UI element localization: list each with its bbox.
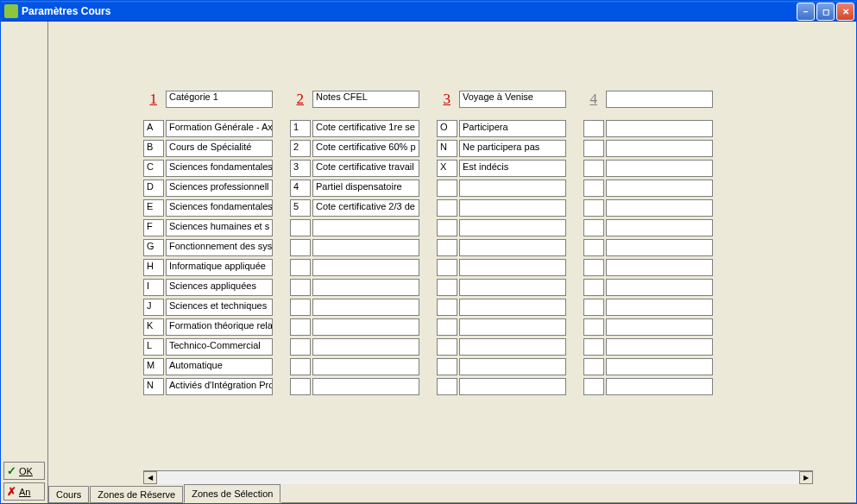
- value-cell[interactable]: [606, 180, 713, 197]
- value-cell[interactable]: [459, 239, 566, 256]
- value-cell[interactable]: Sciences fondamentales: [166, 160, 273, 177]
- key-cell[interactable]: O: [437, 120, 457, 137]
- value-cell[interactable]: Cote certificative 1re se: [312, 120, 419, 137]
- key-cell[interactable]: [290, 259, 311, 276]
- key-cell[interactable]: [437, 358, 457, 375]
- key-cell[interactable]: [583, 239, 604, 256]
- value-cell[interactable]: Participera: [459, 120, 566, 137]
- value-cell[interactable]: [606, 299, 713, 316]
- key-cell[interactable]: [437, 259, 457, 276]
- value-cell[interactable]: Automatique: [166, 358, 273, 375]
- key-cell[interactable]: [583, 299, 604, 316]
- value-cell[interactable]: [459, 180, 566, 197]
- column-title-input[interactable]: Catégorie 1: [166, 91, 273, 108]
- minimize-button[interactable]: –: [797, 3, 815, 21]
- value-cell[interactable]: [459, 279, 566, 296]
- value-cell[interactable]: [606, 239, 713, 256]
- value-cell[interactable]: Cote certificative 60% p: [312, 140, 419, 157]
- value-cell[interactable]: [312, 239, 419, 256]
- value-cell[interactable]: Ne participera pas: [459, 140, 566, 157]
- value-cell[interactable]: [459, 358, 566, 375]
- value-cell[interactable]: Formation Générale - Axe: [166, 120, 273, 137]
- value-cell[interactable]: [606, 358, 713, 375]
- value-cell[interactable]: [459, 259, 566, 276]
- key-cell[interactable]: G: [143, 239, 164, 256]
- value-cell[interactable]: Formation théorique rela: [166, 318, 273, 336]
- value-cell[interactable]: [459, 219, 566, 236]
- key-cell[interactable]: [290, 318, 311, 336]
- column-title-input[interactable]: [606, 91, 713, 108]
- key-cell[interactable]: L: [143, 338, 164, 356]
- key-cell[interactable]: [583, 180, 604, 197]
- key-cell[interactable]: [290, 358, 311, 375]
- value-cell[interactable]: Partiel dispensatoire: [312, 180, 419, 197]
- value-cell[interactable]: [312, 338, 419, 356]
- key-cell[interactable]: [437, 299, 457, 316]
- scroll-track[interactable]: [157, 471, 799, 484]
- key-cell[interactable]: [290, 279, 311, 296]
- key-cell[interactable]: [290, 219, 311, 236]
- value-cell[interactable]: [606, 120, 713, 137]
- value-cell[interactable]: [606, 378, 713, 395]
- value-cell[interactable]: Sciences fondamentales: [166, 199, 273, 217]
- tab-cours[interactable]: Cours: [48, 486, 89, 503]
- key-cell[interactable]: M: [143, 358, 164, 375]
- key-cell[interactable]: 3: [290, 160, 311, 177]
- value-cell[interactable]: [606, 140, 713, 157]
- tab-zones-de-sélection[interactable]: Zones de Sélection: [184, 484, 280, 503]
- key-cell[interactable]: B: [143, 140, 164, 157]
- ok-button[interactable]: ✓ OK: [3, 462, 45, 480]
- key-cell[interactable]: 2: [290, 140, 311, 157]
- key-cell[interactable]: [437, 239, 457, 256]
- key-cell[interactable]: [290, 338, 311, 356]
- value-cell[interactable]: Activiés d'Intégration Pro: [166, 378, 273, 395]
- value-cell[interactable]: [606, 160, 713, 177]
- column-title-input[interactable]: Voyage à Venise: [459, 91, 566, 108]
- value-cell[interactable]: [606, 259, 713, 276]
- tab-zones-de-réserve[interactable]: Zones de Réserve: [90, 486, 183, 503]
- key-cell[interactable]: [437, 219, 457, 236]
- value-cell[interactable]: [606, 219, 713, 236]
- key-cell[interactable]: H: [143, 259, 164, 276]
- value-cell[interactable]: Sciences et techniques: [166, 299, 273, 316]
- value-cell[interactable]: [459, 338, 566, 356]
- value-cell[interactable]: [606, 318, 713, 336]
- key-cell[interactable]: [583, 338, 604, 356]
- value-cell[interactable]: Technico-Commercial: [166, 338, 273, 356]
- key-cell[interactable]: [583, 259, 604, 276]
- value-cell[interactable]: Fonctionnement des sys: [166, 239, 273, 256]
- value-cell[interactable]: Sciences humaines et s: [166, 219, 273, 236]
- key-cell[interactable]: [583, 160, 604, 177]
- key-cell[interactable]: 1: [290, 120, 311, 137]
- key-cell[interactable]: [290, 239, 311, 256]
- value-cell[interactable]: [312, 259, 419, 276]
- key-cell[interactable]: F: [143, 219, 164, 236]
- key-cell[interactable]: [437, 180, 457, 197]
- value-cell[interactable]: Cote certificative 2/3 de: [312, 199, 419, 217]
- key-cell[interactable]: K: [143, 318, 164, 336]
- key-cell[interactable]: [583, 140, 604, 157]
- value-cell[interactable]: Cours de Spécialité: [166, 140, 273, 157]
- value-cell[interactable]: Cote certificative travail: [312, 160, 419, 177]
- value-cell[interactable]: Est indécis: [459, 160, 566, 177]
- cancel-button[interactable]: ✗ An: [3, 482, 45, 501]
- key-cell[interactable]: [437, 279, 457, 296]
- key-cell[interactable]: J: [143, 299, 164, 316]
- value-cell[interactable]: [606, 279, 713, 296]
- value-cell[interactable]: [312, 358, 419, 375]
- scroll-right-button[interactable]: ▶: [799, 471, 813, 484]
- horizontal-scrollbar[interactable]: ◀ ▶: [143, 470, 813, 484]
- key-cell[interactable]: [290, 378, 311, 395]
- key-cell[interactable]: [583, 120, 604, 137]
- value-cell[interactable]: [312, 279, 419, 296]
- key-cell[interactable]: [583, 279, 604, 296]
- key-cell[interactable]: [437, 338, 457, 356]
- value-cell[interactable]: [459, 318, 566, 336]
- value-cell[interactable]: Sciences professionnell: [166, 180, 273, 197]
- value-cell[interactable]: Informatique appliquée: [166, 259, 273, 276]
- key-cell[interactable]: N: [437, 140, 457, 157]
- key-cell[interactable]: [583, 358, 604, 375]
- key-cell[interactable]: [437, 318, 457, 336]
- key-cell[interactable]: [437, 199, 457, 217]
- maximize-button[interactable]: ◻: [816, 3, 835, 21]
